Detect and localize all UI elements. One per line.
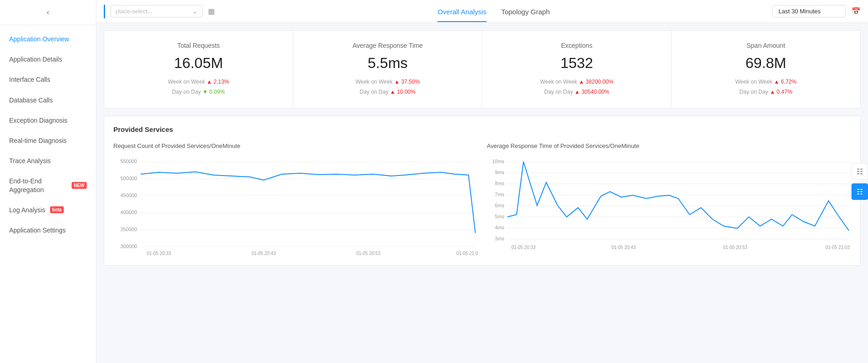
chart-area-1: 550000 500000 450000 400000 350000 30000… xyxy=(113,155,478,256)
sidebar-item-label: Trace Analysis xyxy=(9,157,51,165)
metric-value: 5.5ms xyxy=(302,55,473,72)
svg-text:6ms: 6ms xyxy=(495,203,504,208)
chevron-left-icon: ‹ xyxy=(47,8,49,17)
metric-sub: Week on Week ▲ 2.13% Day on Day ▼ 0.09% xyxy=(113,77,284,97)
chat-icon: ☷ xyxy=(857,167,863,176)
sidebar-item-label: Application Details xyxy=(9,55,62,63)
app-selector[interactable]: place-select... ⌄ xyxy=(111,5,202,17)
charts-row: Request Count of Provided Services/OneMi… xyxy=(113,142,851,256)
sidebar: ‹ Application Overview Application Detai… xyxy=(0,0,96,363)
grid-icon: ☷ xyxy=(857,187,863,196)
metric-label: Total Requests xyxy=(113,42,284,49)
tab-overall-analysis[interactable]: Overall Analysis xyxy=(437,1,487,22)
time-selector-text: Last 30 Minutes xyxy=(778,8,821,15)
chevron-down-icon: ⌄ xyxy=(192,8,197,15)
sidebar-item-application-settings[interactable]: Application Settings xyxy=(0,220,96,240)
sidebar-item-exception-diagnosis[interactable]: Exception Diagnosis xyxy=(0,110,96,130)
new-badge: NEW xyxy=(72,182,87,189)
chat-icon-button[interactable]: ☷ xyxy=(851,163,868,180)
sidebar-item-realtime-diagnosis[interactable]: Real-time Diagnosis xyxy=(0,130,96,151)
svg-text:01-05 21:03: 01-05 21:03 xyxy=(825,245,850,250)
sidebar-item-label: Database Calls xyxy=(9,96,53,104)
time-selector[interactable]: Last 30 Minutes xyxy=(773,5,846,17)
svg-text:300000: 300000 xyxy=(120,244,137,249)
metric-value: 69.8M xyxy=(681,55,851,72)
metric-span-amount: Span Amount 69.8M Week on Week ▲ 6.72% D… xyxy=(672,31,860,108)
sidebar-item-label: Application Settings xyxy=(9,226,66,234)
section-title: Provided Services xyxy=(113,125,851,133)
svg-text:400000: 400000 xyxy=(120,210,137,215)
main-content: place-select... ⌄ ▦ Overall Analysis Top… xyxy=(96,0,868,363)
accent-bar xyxy=(104,5,105,18)
beta-badge: beta xyxy=(50,206,64,213)
sidebar-item-label: Interface Calls xyxy=(9,75,50,84)
svg-text:01-05 20:53: 01-05 20:53 xyxy=(723,245,747,250)
request-count-chart: Request Count of Provided Services/OneMi… xyxy=(113,142,478,256)
tab-topology-graph[interactable]: Topology Graph xyxy=(501,1,550,22)
grid-icon-button[interactable]: ☷ xyxy=(851,183,868,200)
sidebar-item-end-to-end[interactable]: End-to-End Aggregation NEW xyxy=(0,171,96,199)
provided-services-section: Provided Services Request Count of Provi… xyxy=(104,116,861,266)
sidebar-item-trace-analysis[interactable]: Trace Analysis xyxy=(0,151,96,171)
topbar: place-select... ⌄ ▦ Overall Analysis Top… xyxy=(96,0,868,23)
svg-text:01-05 20:43: 01-05 20:43 xyxy=(611,245,636,250)
copy-icon[interactable]: ▦ xyxy=(208,7,215,16)
app-selector-text: place-select... xyxy=(116,8,152,15)
sidebar-item-application-details[interactable]: Application Details xyxy=(0,49,96,69)
request-count-svg: 550000 500000 450000 400000 350000 30000… xyxy=(113,155,478,256)
svg-text:01-05 21:03: 01-05 21:03 xyxy=(456,251,477,256)
svg-text:10ms: 10ms xyxy=(492,159,504,164)
metric-label: Exceptions xyxy=(492,42,662,49)
sidebar-item-label: End-to-End Aggregation xyxy=(9,177,67,193)
svg-text:01-05 20:33: 01-05 20:33 xyxy=(147,251,171,256)
svg-text:5ms: 5ms xyxy=(495,214,504,219)
metric-exceptions: Exceptions 1532 Week on Week ▲ 38200.00%… xyxy=(482,31,672,108)
metrics-row: Total Requests 16.05M Week on Week ▲ 2.1… xyxy=(104,30,861,108)
response-time-svg: 10ms 9ms 8ms 7ms 6ms 5ms 4ms 3ms xyxy=(487,155,851,256)
metric-value: 16.05M xyxy=(113,55,284,72)
svg-text:7ms: 7ms xyxy=(495,192,504,197)
metric-sub: Week on Week ▲ 6.72% Day on Day ▲ 0.47% xyxy=(681,77,851,97)
sidebar-nav: Application Overview Application Details… xyxy=(0,25,96,363)
metric-sub: Week on Week ▲ 38200.00% Day on Day ▲ 30… xyxy=(492,77,662,97)
calendar-icon[interactable]: 📅 xyxy=(851,7,861,16)
metric-total-requests: Total Requests 16.05M Week on Week ▲ 2.1… xyxy=(104,31,293,108)
tabs-area: Overall Analysis Topology Graph xyxy=(220,1,767,22)
svg-text:8ms: 8ms xyxy=(495,181,504,186)
chart-title: Average Response Time of Provided Servic… xyxy=(487,142,851,149)
svg-text:9ms: 9ms xyxy=(495,170,504,175)
svg-text:350000: 350000 xyxy=(120,227,137,232)
metric-sub: Week on Week ▲ 37.50% Day on Day ▲ 10.00… xyxy=(302,77,473,97)
chart-area-2: 10ms 9ms 8ms 7ms 6ms 5ms 4ms 3ms xyxy=(487,155,851,256)
sidebar-item-interface-calls[interactable]: Interface Calls xyxy=(0,69,96,90)
svg-text:4ms: 4ms xyxy=(495,225,504,230)
svg-text:01-05 20:33: 01-05 20:33 xyxy=(511,245,535,250)
svg-text:550000: 550000 xyxy=(120,159,137,164)
sidebar-item-label: Log Analysis xyxy=(9,206,45,214)
sidebar-item-label: Application Overview xyxy=(9,35,69,43)
metric-label: Span Amount xyxy=(681,42,851,49)
metric-avg-response-time: Average Response Time 5.5ms Week on Week… xyxy=(293,31,482,108)
sidebar-toggle[interactable]: ‹ xyxy=(0,0,96,25)
sidebar-item-label: Real-time Diagnosis xyxy=(9,136,67,145)
svg-text:450000: 450000 xyxy=(120,193,137,198)
response-time-chart: Average Response Time of Provided Servic… xyxy=(487,142,851,256)
page-content: Total Requests 16.05M Week on Week ▲ 2.1… xyxy=(96,23,868,363)
svg-text:01-05 20:53: 01-05 20:53 xyxy=(356,251,381,256)
right-side-icons: ☷ ☷ xyxy=(851,163,868,200)
chart-title: Request Count of Provided Services/OneMi… xyxy=(113,142,478,149)
metric-value: 1532 xyxy=(492,55,662,72)
svg-text:3ms: 3ms xyxy=(495,236,504,241)
sidebar-item-database-calls[interactable]: Database Calls xyxy=(0,90,96,110)
svg-text:01-05 20:43: 01-05 20:43 xyxy=(252,251,276,256)
sidebar-item-log-analysis[interactable]: Log Analysis beta xyxy=(0,200,96,220)
svg-text:500000: 500000 xyxy=(120,176,137,181)
sidebar-item-label: Exception Diagnosis xyxy=(9,116,67,125)
sidebar-item-application-overview[interactable]: Application Overview xyxy=(0,29,96,49)
metric-label: Average Response Time xyxy=(302,42,473,49)
